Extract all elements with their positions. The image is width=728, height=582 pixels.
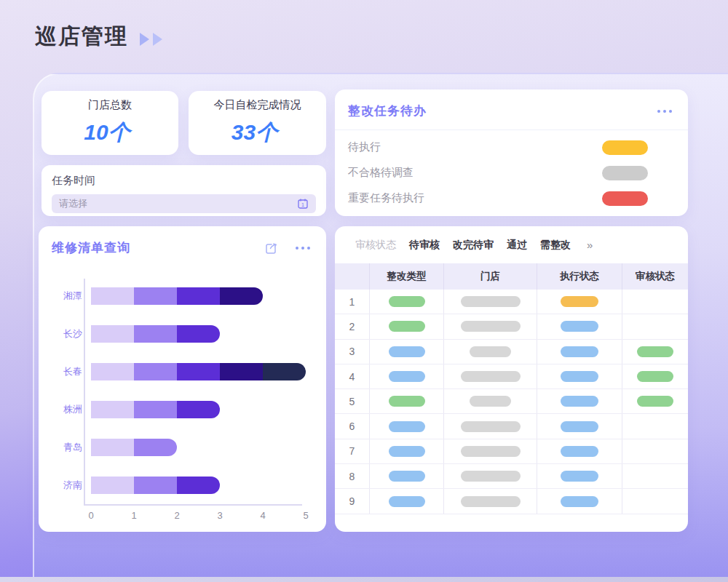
row-number: 1: [349, 296, 355, 308]
stacked-bar: [91, 363, 306, 380]
chart-bar-row: 济南: [46, 466, 319, 504]
bar-segment: [91, 325, 134, 343]
stat-card-self-check: 今日自检完成情况 33个: [189, 91, 326, 155]
todo-card-title: 整改任务待办: [348, 103, 427, 119]
more-options-icon[interactable]: [657, 110, 672, 113]
status-pill: [389, 321, 425, 332]
status-pill: [461, 421, 521, 432]
table-row: 2: [335, 314, 688, 339]
page-header: 巡店管理: [35, 22, 162, 52]
chart-bar-row: 湘潭: [46, 277, 319, 315]
tab-需整改[interactable]: 需整改: [540, 239, 571, 252]
chart-bar-row: 长春: [46, 353, 319, 391]
table-row: 3: [335, 340, 688, 364]
bar-segment: [91, 477, 134, 494]
status-pill: [561, 296, 598, 307]
todo-item: 待执行: [335, 135, 688, 160]
row-number: 9: [349, 495, 355, 507]
bar-segment: [134, 325, 177, 343]
bar-segment: [134, 477, 177, 494]
play-arrow-icon: [140, 33, 149, 46]
table-header-row: 整改类型门店执行状态审核状态: [335, 263, 688, 290]
status-pill: [561, 346, 598, 357]
status-pill: [561, 371, 598, 382]
date-picker-input[interactable]: 请选择 1: [52, 194, 316, 213]
tab-待审核[interactable]: 待审核: [409, 239, 440, 252]
todo-card: 整改任务待办 待执行不合格待调查重要任务待执行: [335, 89, 688, 216]
repair-bar-chart: 湘潭长沙长春株洲青岛济南 012345: [46, 277, 319, 510]
status-pill: [637, 346, 673, 357]
bar-segment: [220, 363, 263, 380]
todo-item-label: 重要任务待执行: [348, 191, 424, 205]
x-tick-label: 2: [174, 510, 179, 521]
row-number: 5: [349, 396, 355, 407]
table-row: 5: [335, 389, 688, 414]
status-pill: [389, 471, 425, 482]
chart-category-label: 长沙: [46, 327, 82, 340]
x-tick-label: 3: [217, 510, 222, 521]
table-row: 8: [335, 464, 688, 489]
todo-item: 不合格待调查: [335, 160, 688, 186]
column-header: [335, 263, 370, 290]
stacked-bar: [91, 401, 220, 418]
repair-list-card: 维修清单查询 湘潭长沙长春株洲青岛济南 012345: [39, 226, 326, 532]
bar-segment: [134, 439, 177, 456]
status-pill: [561, 446, 598, 457]
x-tick-label: 5: [303, 510, 308, 521]
review-table-card: 审核状态 待审核改完待审通过需整改 » 整改类型门店执行状态审核状态 12345…: [335, 226, 688, 532]
x-tick-label: 4: [260, 510, 265, 521]
status-pill: [470, 396, 511, 407]
todo-status-pill: [602, 166, 648, 180]
status-pill: [561, 396, 598, 407]
table-row: 4: [335, 364, 688, 389]
chart-category-label: 长春: [46, 365, 82, 378]
status-pill: [561, 496, 598, 507]
stat-label: 门店总数: [88, 98, 132, 112]
share-export-icon[interactable]: [264, 240, 280, 255]
page-title: 巡店管理: [35, 22, 128, 52]
row-number: 6: [349, 420, 355, 432]
bar-segment: [263, 363, 306, 380]
stacked-bar: [91, 477, 220, 494]
review-table: 整改类型门店执行状态审核状态 123456789: [335, 263, 688, 514]
chart-category-label: 济南: [46, 479, 82, 492]
tab-改完待审[interactable]: 改完待审: [453, 239, 494, 252]
bar-segment: [177, 325, 220, 343]
status-pill: [389, 421, 425, 432]
bar-segment: [134, 363, 177, 380]
status-pill: [461, 446, 521, 457]
status-pill: [461, 296, 521, 307]
bar-segment: [134, 401, 177, 418]
status-pill: [461, 496, 521, 507]
play-arrow-icon: [153, 33, 162, 46]
chart-bar-row: 长沙: [46, 315, 319, 353]
more-options-icon[interactable]: [296, 247, 310, 250]
bar-segment: [177, 401, 220, 418]
task-time-card: 任务时间 请选择 1: [41, 165, 326, 216]
todo-item: 重要任务待执行: [335, 186, 688, 211]
bar-segment: [134, 287, 177, 305]
x-tick-label: 0: [88, 510, 93, 521]
calendar-icon[interactable]: 1: [297, 198, 309, 210]
stat-value: 10个: [84, 118, 135, 148]
tab-通过[interactable]: 通过: [507, 239, 527, 252]
bar-segment: [177, 477, 220, 494]
status-pill: [461, 471, 521, 482]
status-pill: [461, 371, 521, 382]
stacked-bar: [91, 325, 220, 343]
bottom-strip: [0, 577, 728, 582]
stacked-bar: [91, 287, 263, 305]
status-pill: [461, 321, 521, 332]
row-number: 3: [349, 346, 355, 357]
row-number: 4: [349, 371, 355, 383]
chart-bar-row: 青岛: [46, 428, 319, 466]
review-tabs: 审核状态 待审核改完待审通过需整改 »: [335, 226, 688, 263]
chart-bar-row: 株洲: [46, 391, 319, 428]
status-pill: [389, 396, 425, 407]
bar-segment: [91, 439, 134, 456]
todo-item-label: 待执行: [348, 140, 381, 154]
stat-card-store-total: 门店总数 10个: [41, 91, 178, 155]
bar-segment: [220, 287, 263, 305]
tabs-overflow-chevron[interactable]: »: [587, 239, 593, 251]
status-pill: [637, 396, 673, 407]
